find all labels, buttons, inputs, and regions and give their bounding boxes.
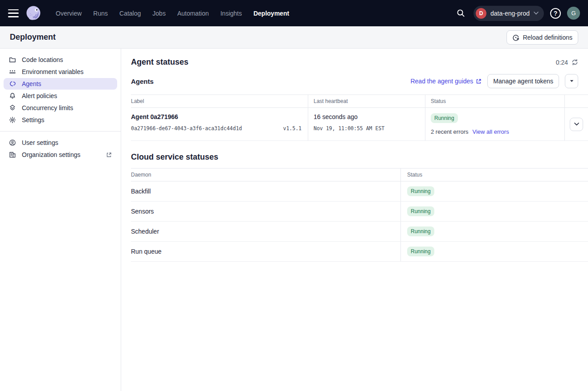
agent-expand-cell	[565, 108, 588, 140]
sidebar-item-environment-variables[interactable]: Environment variables	[4, 66, 117, 78]
nav-overview[interactable]: Overview	[51, 6, 86, 21]
agent-label-cell: Agent 0a271966 0a271966-de67-4043-a3f6-a…	[131, 108, 308, 140]
sidebar-item-organization-settings[interactable]: Organization settings	[4, 149, 117, 161]
column-header-label: Label	[131, 95, 308, 107]
sidebar-item-label: Alert policies	[22, 92, 57, 99]
cloud-service-statuses-table: Daemon Status Backfill Running Sensors R…	[131, 168, 588, 262]
status-badge: Running	[431, 113, 458, 123]
deployment-selector-label: data-eng-prod	[490, 10, 530, 17]
env-vars-icon	[9, 68, 16, 75]
nav-jobs[interactable]: Jobs	[147, 6, 171, 21]
column-header-actions	[565, 95, 588, 107]
hamburger-menu-icon[interactable]	[8, 9, 19, 17]
user-circle-icon	[9, 139, 16, 146]
sidebar-item-user-settings[interactable]: User settings	[4, 137, 117, 148]
nav-catalog[interactable]: Catalog	[114, 6, 146, 21]
column-header-status: Status	[401, 169, 588, 181]
daemon-row-run-queue: Run queue Running	[131, 242, 588, 262]
agents-icon	[9, 80, 16, 87]
nav-runs[interactable]: Runs	[88, 6, 113, 21]
sidebar-item-alert-policies[interactable]: Alert policies	[4, 90, 117, 102]
manage-agent-tokens-label: Manage agent tokens	[493, 78, 553, 85]
user-avatar[interactable]: G	[567, 7, 580, 20]
sidebar-item-label: Environment variables	[22, 68, 84, 75]
agent-status-cell: Running 2 recent errors View all errors	[425, 108, 565, 140]
agent-guides-link[interactable]: Read the agent guides	[410, 78, 482, 85]
help-glyph: ?	[554, 10, 558, 17]
status-badge: Running	[407, 186, 434, 196]
deployment-initial-badge: D	[476, 8, 486, 19]
status-badge: Running	[407, 247, 434, 256]
column-header-last-heartbeat: Last heartbeat	[308, 95, 425, 107]
cloud-table-header: Daemon Status	[131, 169, 588, 181]
agents-table-header: Label Last heartbeat Status	[131, 95, 588, 108]
main-content: Agent statuses 0:24 Agents Read the agen…	[121, 49, 588, 391]
sidebar-item-label: Concurrency limits	[22, 104, 73, 111]
agents-table: Label Last heartbeat Status Agent 0a2719…	[131, 95, 588, 141]
sidebar-item-label: User settings	[22, 139, 58, 146]
sidebar-item-settings[interactable]: Settings	[4, 114, 117, 126]
sidebar-divider	[0, 131, 121, 132]
page-title: Deployment	[10, 33, 56, 42]
cloud-service-statuses-title: Cloud service statuses	[131, 152, 588, 162]
chevron-down-icon	[574, 123, 579, 126]
daemon-name: Backfill	[131, 181, 151, 201]
sidebar-item-label: Organization settings	[22, 151, 81, 158]
external-link-icon	[476, 78, 482, 84]
bell-icon	[9, 92, 16, 99]
agents-section-title: Agents	[131, 78, 154, 85]
agent-name: Agent 0a271966	[131, 113, 308, 120]
daemon-name: Scheduler	[131, 222, 159, 241]
heartbeat-timestamp: Nov 19, 11:00:55 AM EST	[314, 125, 425, 132]
nav-automation[interactable]: Automation	[172, 6, 214, 21]
external-link-icon	[106, 152, 112, 158]
agent-row: Agent 0a271966 0a271966-de67-4043-a3f6-a…	[131, 108, 588, 141]
agent-heartbeat-cell: 16 seconds ago Nov 19, 11:00:55 AM EST	[308, 108, 425, 140]
sidebar-item-label: Code locations	[22, 56, 63, 63]
agent-guides-link-label: Read the agent guides	[410, 78, 473, 85]
primary-nav: Overview Runs Catalog Jobs Automation In…	[51, 6, 294, 21]
agent-version: v1.5.1	[283, 125, 302, 132]
sidebar-item-agents[interactable]: Agents	[4, 78, 117, 90]
sidebar-item-label: Settings	[22, 116, 45, 123]
heartbeat-relative: 16 seconds ago	[314, 113, 425, 120]
nav-insights[interactable]: Insights	[216, 6, 247, 21]
settings-sidebar: Code locations Environment variables Age…	[0, 49, 121, 391]
sidebar-item-concurrency-limits[interactable]: Concurrency limits	[4, 102, 117, 114]
avatar-initial: G	[571, 10, 576, 16]
refresh-icon[interactable]	[572, 59, 578, 66]
layers-icon	[9, 104, 16, 111]
status-badge: Running	[407, 206, 434, 216]
daemon-row-backfill: Backfill Running	[131, 181, 588, 202]
daemon-row-sensors: Sensors Running	[131, 202, 588, 222]
help-icon[interactable]: ?	[550, 8, 561, 19]
view-all-errors-link[interactable]: View all errors	[473, 128, 509, 135]
reload-definitions-button[interactable]: Reload definitions	[506, 30, 578, 45]
daemon-name: Run queue	[131, 242, 162, 261]
dagster-logo-icon[interactable]	[25, 5, 42, 22]
deployment-selector[interactable]: D data-eng-prod	[474, 6, 544, 21]
column-header-status: Status	[425, 95, 565, 107]
gear-icon	[9, 116, 16, 123]
agent-statuses-title: Agent statuses	[131, 58, 188, 67]
status-badge: Running	[407, 226, 434, 236]
folder-icon	[9, 56, 16, 63]
agent-actions-dropdown-button[interactable]	[565, 74, 578, 88]
nav-deployment[interactable]: Deployment	[249, 6, 294, 21]
column-header-daemon: Daemon	[131, 169, 401, 181]
chevron-down-icon	[534, 12, 539, 15]
top-nav: Overview Runs Catalog Jobs Automation In…	[0, 0, 588, 26]
reload-definitions-icon	[512, 34, 519, 41]
page-header: Deployment Reload definitions	[0, 26, 588, 49]
search-icon[interactable]	[454, 7, 467, 20]
caret-down-icon	[570, 80, 574, 82]
sidebar-item-code-locations[interactable]: Code locations	[4, 54, 117, 66]
organization-icon	[9, 151, 16, 158]
sidebar-item-label: Agents	[22, 80, 41, 87]
agent-id: 0a271966-de67-4043-a3f6-aca31dc44d1d	[131, 125, 242, 132]
agent-expand-button[interactable]	[570, 118, 583, 131]
manage-agent-tokens-button[interactable]: Manage agent tokens	[487, 74, 559, 88]
daemon-row-scheduler: Scheduler Running	[131, 222, 588, 242]
recent-errors-text: 2 recent errors	[431, 128, 469, 135]
reload-definitions-label: Reload definitions	[523, 34, 572, 41]
